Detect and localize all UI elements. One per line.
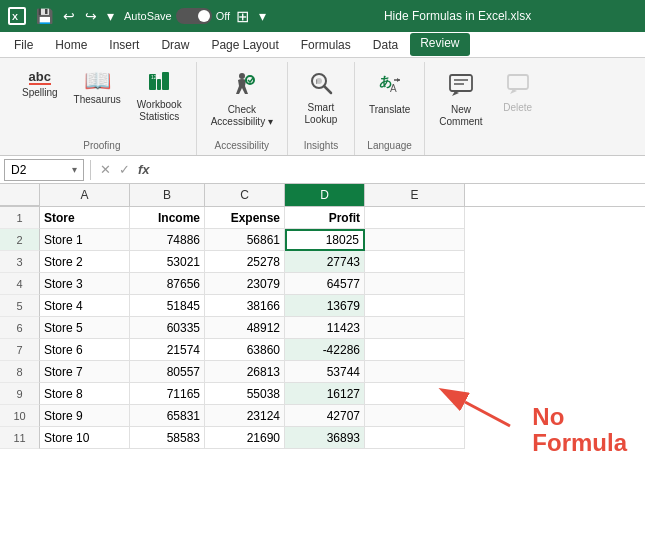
customize-toolbar-button[interactable]: ▾ — [255, 6, 270, 26]
new-comment-button[interactable]: NewComment — [433, 66, 488, 132]
col-header-c[interactable]: C — [205, 184, 285, 206]
menu-review[interactable]: Review — [410, 33, 469, 56]
cell-c3[interactable]: 25278 — [205, 251, 285, 273]
delete-button[interactable]: Delete — [493, 66, 543, 118]
cell-d11[interactable]: 36893 — [285, 427, 365, 449]
autosave-toggle[interactable]: AutoSave Off — [124, 8, 230, 24]
save-button[interactable]: 💾 — [32, 6, 57, 26]
cell-d3[interactable]: 27743 — [285, 251, 365, 273]
cell-b4[interactable]: 87656 — [130, 273, 205, 295]
translate-button[interactable]: あ A Translate — [363, 66, 416, 120]
confirm-icon[interactable]: ✓ — [116, 161, 133, 178]
cell-b3[interactable]: 53021 — [130, 251, 205, 273]
name-box[interactable]: D2 ▾ — [4, 159, 84, 181]
cell-c8[interactable]: 26813 — [205, 361, 285, 383]
cell-e11[interactable] — [365, 427, 465, 449]
cell-c5[interactable]: 38166 — [205, 295, 285, 317]
cell-b7[interactable]: 21574 — [130, 339, 205, 361]
row-num-3[interactable]: 3 — [0, 251, 40, 273]
cell-c2[interactable]: 56861 — [205, 229, 285, 251]
row-num-2[interactable]: 2 — [0, 229, 40, 251]
cell-a4[interactable]: Store 3 — [40, 273, 130, 295]
row-num-5[interactable]: 5 — [0, 295, 40, 317]
cell-a10[interactable]: Store 9 — [40, 405, 130, 427]
cell-a11[interactable]: Store 10 — [40, 427, 130, 449]
row-num-4[interactable]: 4 — [0, 273, 40, 295]
more-commands-button[interactable]: ▾ — [103, 6, 118, 26]
col-header-e[interactable]: E — [365, 184, 465, 206]
cell-b5[interactable]: 51845 — [130, 295, 205, 317]
cell-e5[interactable] — [365, 295, 465, 317]
undo-button[interactable]: ↩ — [59, 6, 79, 26]
cell-a9[interactable]: Store 8 — [40, 383, 130, 405]
cell-a5[interactable]: Store 4 — [40, 295, 130, 317]
cell-a3[interactable]: Store 2 — [40, 251, 130, 273]
cell-e3[interactable] — [365, 251, 465, 273]
autosave-pill[interactable] — [176, 8, 212, 24]
cell-d10[interactable]: 42707 — [285, 405, 365, 427]
thesaurus-button[interactable]: 📖 Thesaurus — [68, 66, 127, 110]
menu-draw[interactable]: Draw — [151, 35, 199, 55]
cell-c1[interactable]: Expense — [205, 207, 285, 229]
col-header-a[interactable]: A — [40, 184, 130, 206]
cell-a2[interactable]: Store 1 — [40, 229, 130, 251]
workbook-statistics-button[interactable]: 123 WorkbookStatistics — [131, 66, 188, 127]
smart-lookup-button[interactable]: i SmartLookup — [296, 66, 346, 130]
cell-e8[interactable] — [365, 361, 465, 383]
menu-formulas[interactable]: Formulas — [291, 35, 361, 55]
cell-b6[interactable]: 60335 — [130, 317, 205, 339]
cell-a7[interactable]: Store 6 — [40, 339, 130, 361]
cell-b10[interactable]: 65831 — [130, 405, 205, 427]
row-num-6[interactable]: 6 — [0, 317, 40, 339]
cell-e7[interactable] — [365, 339, 465, 361]
menu-home[interactable]: Home — [45, 35, 97, 55]
cell-d7[interactable]: -42286 — [285, 339, 365, 361]
cell-c9[interactable]: 55038 — [205, 383, 285, 405]
cell-b2[interactable]: 74886 — [130, 229, 205, 251]
cell-d6[interactable]: 11423 — [285, 317, 365, 339]
cell-b8[interactable]: 80557 — [130, 361, 205, 383]
row-num-8[interactable]: 8 — [0, 361, 40, 383]
redo-button[interactable]: ↪ — [81, 6, 101, 26]
row-num-1[interactable]: 1 — [0, 207, 40, 229]
cell-c7[interactable]: 63860 — [205, 339, 285, 361]
cell-a6[interactable]: Store 5 — [40, 317, 130, 339]
cell-e2[interactable] — [365, 229, 465, 251]
file-name: Hide Formulas in Excel.xlsx — [278, 9, 637, 23]
cell-e9[interactable] — [365, 383, 465, 405]
cell-d4[interactable]: 64577 — [285, 273, 365, 295]
cell-c10[interactable]: 23124 — [205, 405, 285, 427]
menu-insert[interactable]: Insert — [99, 35, 149, 55]
row-num-9[interactable]: 9 — [0, 383, 40, 405]
menu-page-layout[interactable]: Page Layout — [201, 35, 288, 55]
cell-b1[interactable]: Income — [130, 207, 205, 229]
cell-c6[interactable]: 48912 — [205, 317, 285, 339]
col-header-b[interactable]: B — [130, 184, 205, 206]
row-num-10[interactable]: 10 — [0, 405, 40, 427]
row-num-7[interactable]: 7 — [0, 339, 40, 361]
menu-data[interactable]: Data — [363, 35, 408, 55]
cell-d9[interactable]: 16127 — [285, 383, 365, 405]
cell-b9[interactable]: 71165 — [130, 383, 205, 405]
cancel-icon[interactable]: ✕ — [97, 161, 114, 178]
cell-c4[interactable]: 23079 — [205, 273, 285, 295]
spelling-button[interactable]: abc Spelling — [16, 66, 64, 103]
cell-e1[interactable] — [365, 207, 465, 229]
cell-b11[interactable]: 58583 — [130, 427, 205, 449]
col-header-d[interactable]: D — [285, 184, 365, 206]
cell-e4[interactable] — [365, 273, 465, 295]
cell-a8[interactable]: Store 7 — [40, 361, 130, 383]
menu-file[interactable]: File — [4, 35, 43, 55]
cell-d8[interactable]: 53744 — [285, 361, 365, 383]
check-accessibility-button[interactable]: CheckAccessibility ▾ — [205, 66, 279, 132]
row-num-11[interactable]: 11 — [0, 427, 40, 449]
cell-a1[interactable]: Store — [40, 207, 130, 229]
cell-e10[interactable] — [365, 405, 465, 427]
cell-d2[interactable]: 18025 — [285, 229, 365, 251]
cell-e6[interactable] — [365, 317, 465, 339]
formula-input[interactable] — [157, 163, 641, 177]
cell-d5[interactable]: 13679 — [285, 295, 365, 317]
function-icon[interactable]: fx — [135, 161, 153, 178]
cell-c11[interactable]: 21690 — [205, 427, 285, 449]
cell-d1[interactable]: Profit — [285, 207, 365, 229]
